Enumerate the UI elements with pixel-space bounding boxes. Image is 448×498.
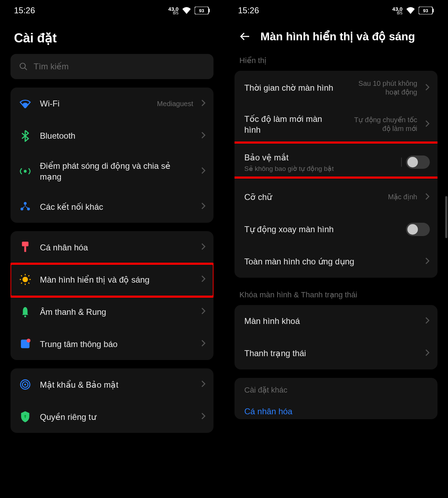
chevron-right-icon (425, 120, 430, 129)
security-icon (18, 378, 32, 392)
page-title: Màn hình hiển thị và độ sáng (260, 30, 415, 43)
page-header: Màn hình hiển thị và độ sáng (224, 21, 448, 52)
row-notifications[interactable]: Trung tâm thông báo (10, 328, 214, 360)
chevron-right-icon (201, 412, 206, 421)
chevron-right-icon (201, 99, 206, 108)
row-status-bar[interactable]: Thanh trạng thái (234, 337, 438, 369)
row-label: Quyền riêng tư (40, 411, 193, 422)
row-screen-timeout[interactable]: Thời gian chờ màn hình Sau 10 phút không… (234, 71, 438, 105)
network-speed: 43,0 B/S (168, 6, 178, 15)
personalize-icon (18, 240, 32, 254)
chevron-right-icon (201, 243, 206, 252)
status-icons: 43,0 B/S 93 (392, 6, 434, 15)
right-screen: 15:26 43,0 B/S 93 Màn hình hiển thị và đ… (224, 0, 448, 498)
chevron-right-icon (201, 167, 206, 176)
svg-rect-29 (433, 9, 434, 12)
battery-icon: 93 (419, 7, 434, 14)
row-label: Toàn màn hình cho ứng dụng (244, 256, 417, 267)
row-font-size[interactable]: Cỡ chữ Mặc định (234, 181, 438, 213)
row-refresh-rate[interactable]: Tốc độ làm mới màn hình Tự động chuyển t… (234, 105, 438, 144)
sound-icon (18, 305, 32, 319)
svg-text:93: 93 (199, 8, 204, 13)
row-value: Mediaguest (157, 99, 193, 108)
row-connections[interactable]: Các kết nối khác (10, 191, 214, 223)
row-hotspot[interactable]: Điểm phát sóng di động và chia sẻ mạng (10, 152, 214, 191)
row-fullscreen-apps[interactable]: Toàn màn hình cho ứng dụng (234, 245, 438, 278)
settings-group-personalization: Cá nhân hóa Màn hình hiển thị và độ sáng… (10, 231, 214, 360)
row-personalize[interactable]: Cá nhân hóa (10, 231, 214, 263)
row-sound[interactable]: Âm thanh & Rung (10, 296, 214, 328)
network-speed: 43,0 B/S (392, 6, 402, 15)
svg-point-3 (20, 63, 25, 68)
hotspot-icon (18, 164, 32, 178)
brightness-icon (18, 272, 32, 286)
svg-point-6 (24, 202, 27, 205)
svg-text:93: 93 (423, 8, 428, 13)
search-input[interactable]: Tìm kiếm (10, 54, 214, 79)
row-label: Trung tâm thông báo (40, 339, 193, 350)
section-header: Cài đặt khác (234, 378, 438, 400)
back-button[interactable] (238, 29, 252, 43)
row-label: Âm thanh & Rung (40, 306, 193, 317)
wifi-icon (406, 7, 415, 14)
settings-group-security: Mật khẩu & Bảo mật Quyền riêng tư (10, 368, 214, 433)
status-time: 15:26 (238, 6, 259, 15)
svg-point-25 (24, 384, 26, 386)
chevron-right-icon (425, 83, 430, 92)
row-label: Thời gian chờ màn hình (244, 82, 340, 93)
row-label: Điểm phát sóng di động và chia sẻ mạng (40, 160, 193, 182)
row-eye-protection[interactable]: Bảo vệ mắt Sẽ không bao giờ tự động bật (234, 144, 438, 181)
row-label: Tự động xoay màn hình (244, 224, 398, 235)
left-screen: 15:26 43,0 B/S 93 Cài đặt Tìm kiếm Wi-Fi… (0, 0, 224, 498)
privacy-icon (18, 410, 32, 424)
chevron-right-icon (425, 257, 430, 266)
row-label: Các kết nối khác (40, 201, 193, 212)
svg-line-17 (28, 283, 29, 284)
row-wifi[interactable]: Wi-Fi Mediaguest (10, 88, 214, 120)
status-icons: 43,0 B/S 93 (168, 6, 210, 15)
display-group: Thời gian chờ màn hình Sau 10 phút không… (234, 71, 438, 278)
row-value: Mặc định (388, 193, 417, 201)
row-bluetooth[interactable]: Bluetooth (10, 120, 214, 152)
section-header: Hiển thị (224, 52, 448, 71)
eye-protection-toggle[interactable] (406, 155, 430, 169)
search-placeholder: Tìm kiếm (34, 62, 69, 71)
svg-line-19 (21, 283, 22, 284)
page-title: Cài đặt (0, 21, 224, 54)
svg-rect-1 (209, 9, 210, 12)
row-label: Màn hình khoá (244, 316, 417, 326)
section-header: Khóa màn hình & Thanh trạng thái (224, 286, 448, 305)
chevron-right-icon (201, 275, 206, 284)
scroll-indicator[interactable] (445, 196, 447, 238)
row-label: Mật khẩu & Bảo mật (40, 379, 193, 390)
row-label: Thanh trạng thái (244, 348, 417, 359)
row-label: Wi-Fi (40, 98, 149, 109)
svg-point-5 (24, 170, 27, 173)
row-label: Tốc độ làm mới màn hình (244, 113, 340, 135)
svg-point-22 (27, 339, 30, 343)
settings-group-connectivity: Wi-Fi Mediaguest Bluetooth Điểm phát són… (10, 88, 214, 223)
svg-line-18 (28, 276, 29, 277)
chevron-right-icon (201, 380, 206, 389)
status-bar: 15:26 43,0 B/S 93 (224, 0, 448, 21)
wifi-icon (182, 7, 191, 14)
battery-icon: 93 (195, 7, 210, 14)
other-settings-group: Cài đặt khác Cá nhân hóa (234, 378, 438, 419)
auto-rotate-toggle[interactable] (406, 223, 430, 236)
row-label: Màn hình hiển thị và độ sáng (40, 274, 193, 285)
row-display-brightness[interactable]: Màn hình hiển thị và độ sáng (10, 263, 214, 296)
row-label: Bluetooth (40, 130, 193, 141)
status-bar: 15:26 43,0 B/S 93 (0, 0, 224, 21)
svg-point-11 (22, 277, 28, 283)
svg-rect-10 (24, 247, 26, 252)
row-lock-screen[interactable]: Màn hình khoá (234, 305, 438, 337)
row-privacy[interactable]: Quyền riêng tư (10, 401, 214, 433)
row-password-security[interactable]: Mật khẩu & Bảo mật (10, 368, 214, 401)
lockscreen-group: Màn hình khoá Thanh trạng thái (234, 305, 438, 369)
svg-rect-9 (22, 242, 29, 246)
row-label: Bảo vệ mắt (244, 152, 398, 163)
svg-line-16 (21, 276, 22, 277)
chevron-right-icon (201, 307, 206, 316)
personalize-link[interactable]: Cá nhân hóa (234, 400, 438, 416)
row-auto-rotate[interactable]: Tự động xoay màn hình (234, 213, 438, 245)
